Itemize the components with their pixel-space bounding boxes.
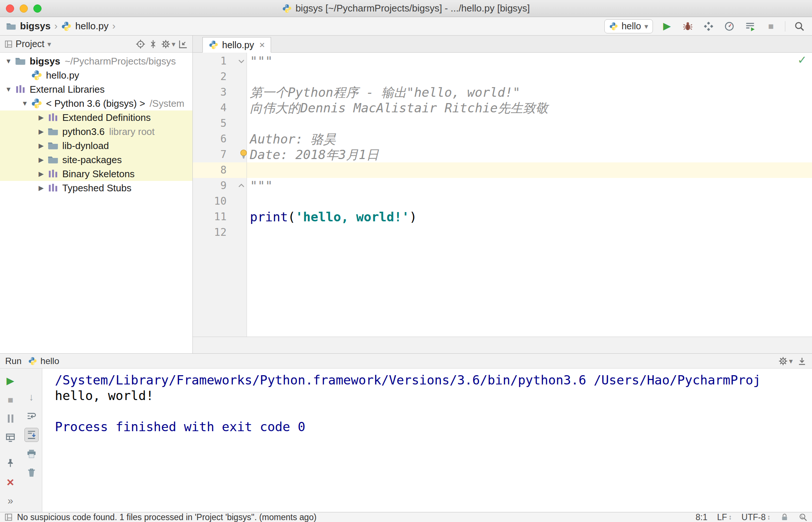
editor-gutter[interactable]: 123456789101112 — [193, 53, 247, 337]
toolwindow-toggle-icon[interactable] — [4, 513, 13, 521]
hide-panel-button[interactable] — [178, 39, 188, 49]
clear-all-button[interactable] — [24, 466, 39, 480]
expand-arrow[interactable]: ▼ — [2, 86, 15, 93]
expand-arrow[interactable]: ▶ — [35, 128, 47, 136]
line-number[interactable]: 5 — [193, 116, 247, 131]
expand-arrow[interactable]: ▼ — [2, 57, 15, 65]
readonly-lock-icon[interactable] — [780, 513, 789, 522]
fold-end-icon[interactable] — [237, 181, 246, 190]
down-stack-trace-button[interactable]: ↓ — [24, 390, 39, 404]
tree-item-python3-6[interactable]: ▶python3.6library root — [0, 125, 192, 139]
line-number[interactable]: 11 — [193, 209, 247, 225]
breadcrumb-file[interactable]: hello.py — [75, 20, 109, 32]
tree-item-typeshed-stubs[interactable]: ▶Typeshed Stubs — [0, 181, 192, 195]
code-line[interactable]: print('hello, world!') — [250, 209, 812, 225]
run-config-name: hello — [621, 21, 641, 32]
hide-down-icon — [797, 356, 807, 366]
minimize-window-button[interactable] — [20, 4, 28, 13]
run-console-button[interactable] — [743, 20, 757, 33]
run-button[interactable]: ▶ — [660, 20, 674, 33]
code-line[interactable]: """ — [250, 178, 812, 194]
breadcrumb-project[interactable]: bigsys — [20, 20, 50, 32]
console-settings-button[interactable]: ▾ — [778, 356, 793, 366]
tree-item-external-libraries[interactable]: ▼External Libraries — [0, 82, 192, 96]
code-token: 向伟大的Dennis MacAlistair Ritchie先生致敬 — [250, 100, 548, 115]
tree-item-label: Typeshed Stubs — [62, 182, 131, 194]
inspection-ok-icon[interactable]: ✓ — [798, 53, 807, 66]
profiler-button[interactable] — [723, 20, 736, 33]
caret-position-widget[interactable]: 8:1 — [696, 512, 707, 522]
updown-arrows-icon: ↕ — [767, 513, 770, 521]
pin-tab-button[interactable] — [3, 456, 17, 470]
code-line[interactable] — [247, 162, 812, 178]
hide-run-panel-button[interactable] — [797, 356, 807, 366]
scroll-to-end-button[interactable] — [24, 428, 39, 442]
expand-arrow[interactable]: ▶ — [35, 170, 47, 178]
close-run-tab-button[interactable]: × — [3, 475, 17, 489]
code-line[interactable]: 向伟大的Dennis MacAlistair Ritchie先生致敬 — [250, 100, 812, 116]
expand-arrow[interactable]: ▶ — [35, 113, 47, 122]
print-button[interactable] — [24, 447, 39, 461]
close-window-button[interactable] — [6, 4, 14, 13]
debug-button[interactable] — [681, 20, 694, 33]
expand-arrow[interactable]: ▶ — [35, 156, 47, 164]
pause-output-button[interactable] — [3, 412, 17, 426]
encoding-widget[interactable]: UTF-8↕ — [742, 512, 770, 522]
line-number[interactable]: 10 — [193, 194, 247, 209]
project-toolwindow-header: Project ▾ ▾ — [0, 36, 192, 53]
fold-start-icon[interactable] — [237, 57, 246, 66]
line-separator-widget[interactable]: LF↕ — [717, 512, 732, 522]
more-options-button[interactable]: » — [3, 494, 17, 508]
code-line[interactable]: Date: 2018年3月1日 — [250, 147, 812, 162]
run-panel-title[interactable]: Run — [5, 356, 22, 366]
line-number[interactable]: 3 — [193, 85, 247, 100]
tree-item-python-3-6-bigsys[interactable]: ▼< Python 3.6 (bigsys) >/System — [0, 96, 192, 110]
run-config-selector[interactable]: hello ▾ — [604, 19, 653, 33]
console-output[interactable]: /System/Library/Frameworks/Python.framew… — [42, 369, 812, 512]
tab-hello-py[interactable]: hello.py × — [202, 37, 271, 53]
stop-button[interactable]: ■ — [764, 20, 778, 33]
coverage-button[interactable] — [702, 20, 715, 33]
line-number[interactable]: 6 — [193, 131, 247, 147]
line-number[interactable]: 4 — [193, 100, 247, 116]
locate-file-button[interactable] — [136, 39, 145, 49]
line-number[interactable]: 9 — [193, 178, 247, 194]
tree-item-binary-skeletons[interactable]: ▶Binary Skeletons — [0, 167, 192, 181]
soft-wrap-button[interactable] — [24, 409, 39, 423]
search-everywhere-button[interactable] — [793, 20, 806, 33]
collapse-all-button[interactable] — [148, 39, 158, 49]
code-line[interactable] — [250, 69, 812, 85]
tree-item-bigsys[interactable]: ▼bigsys~/PycharmProjects/bigsys — [0, 54, 192, 68]
project-settings-button[interactable]: ▾ — [161, 39, 175, 49]
close-tab-icon[interactable]: × — [259, 40, 265, 50]
line-number[interactable]: 1 — [193, 53, 247, 69]
expand-arrow[interactable]: ▶ — [35, 184, 47, 192]
restore-layout-button[interactable] — [3, 430, 17, 445]
tree-item-hello-py[interactable]: hello.py — [0, 68, 192, 82]
code-line[interactable]: 第一个Python程序 - 输出"hello, world!" — [250, 85, 812, 100]
tree-item-lib-dynload[interactable]: ▶lib-dynload — [0, 139, 192, 153]
expand-arrow[interactable]: ▼ — [19, 100, 31, 108]
editor[interactable]: 123456789101112 """第一个Python程序 - 输出"hell… — [193, 53, 812, 337]
code-line[interactable] — [250, 116, 812, 131]
code-area[interactable]: """第一个Python程序 - 输出"hello, world!"向伟大的De… — [247, 53, 812, 337]
expand-arrow[interactable]: ▶ — [35, 142, 47, 150]
line-number[interactable]: 2 — [193, 69, 247, 85]
line-number[interactable]: 8 — [193, 162, 247, 178]
code-token: """ — [250, 54, 273, 69]
hector-inspector-icon[interactable] — [799, 513, 808, 522]
lightbulb-icon[interactable] — [238, 149, 249, 160]
code-line[interactable] — [250, 225, 812, 240]
tree-item-extended-definitions[interactable]: ▶Extended Definitions — [0, 110, 192, 125]
tree-item-site-packages[interactable]: ▶site-packages — [0, 153, 192, 167]
project-panel-title[interactable]: Project — [16, 39, 44, 49]
python-icon — [28, 357, 37, 366]
rerun-button[interactable]: ▶ — [3, 374, 17, 388]
run-tab-hello[interactable]: hello — [26, 356, 62, 366]
code-line[interactable]: """ — [250, 53, 812, 69]
code-line[interactable]: Author: 骆昊 — [250, 131, 812, 147]
stop-button[interactable]: ■ — [3, 393, 17, 407]
code-line[interactable] — [250, 194, 812, 209]
line-number[interactable]: 12 — [193, 225, 247, 240]
zoom-window-button[interactable] — [33, 4, 42, 13]
